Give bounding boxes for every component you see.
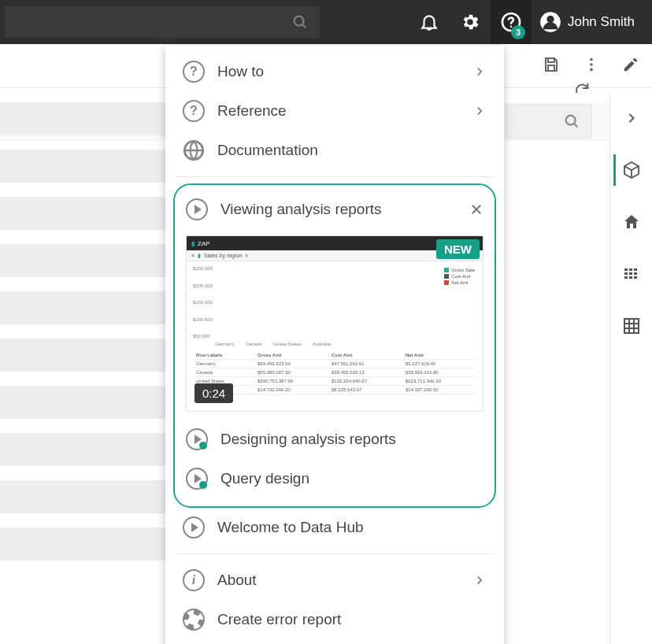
- list-item: [0, 102, 165, 135]
- svg-point-0: [295, 17, 304, 26]
- question-icon: ?: [183, 61, 205, 83]
- svg-line-12: [574, 123, 577, 126]
- svg-point-5: [546, 16, 554, 23]
- vertical-dots-icon: [583, 56, 600, 73]
- svg-rect-15: [624, 276, 628, 279]
- list-item: [0, 291, 165, 324]
- background-list: [0, 102, 165, 575]
- svg-rect-19: [634, 268, 637, 271]
- list-item: [0, 244, 165, 277]
- help-item-error-report[interactable]: Create error report: [165, 600, 504, 639]
- svg-rect-13: [624, 268, 628, 271]
- new-badge: NEW: [436, 239, 480, 259]
- thumbnail-chart: $250,000 $200,000 $150,000 $100,000 $50,…: [193, 266, 476, 339]
- svg-line-1: [302, 24, 306, 28]
- svg-rect-16: [629, 268, 632, 271]
- thumbnail-tab-label: Sales by region: [204, 253, 242, 258]
- user-name-label: John Smith: [568, 14, 635, 30]
- thumbnail-categories: Germany Canada United States Australia: [193, 342, 476, 346]
- help-item-about[interactable]: i About: [165, 561, 504, 600]
- rail-cube-button[interactable]: [616, 154, 647, 186]
- close-icon[interactable]: [469, 202, 483, 217]
- help-item-label: Documentation: [217, 142, 318, 159]
- globe-icon: [183, 139, 205, 161]
- chevron-right-icon: [472, 104, 487, 118]
- save-button[interactable]: [542, 55, 561, 77]
- list-item: [0, 433, 165, 466]
- list-item: [0, 197, 165, 230]
- help-item-label: Reference: [217, 102, 287, 120]
- play-icon: [186, 198, 208, 220]
- help-item-label: About: [217, 572, 257, 589]
- pencil-icon: [622, 56, 639, 73]
- right-side-rail: [609, 93, 652, 644]
- tutorial-viewing-reports[interactable]: Viewing analysis reports: [175, 190, 495, 229]
- search-icon: [563, 113, 580, 130]
- rail-columns-button[interactable]: [616, 258, 647, 290]
- more-options-button[interactable]: [583, 56, 600, 76]
- help-dropdown-panel: ? How to ? Reference Documentation Viewi…: [165, 46, 504, 644]
- list-item: [0, 480, 165, 513]
- edit-button[interactable]: [622, 56, 639, 76]
- grid-icon: [622, 316, 641, 335]
- rail-grid-button[interactable]: [616, 310, 647, 342]
- notifications-button[interactable]: [409, 0, 450, 44]
- rail-expand-button[interactable]: [616, 102, 647, 134]
- help-button[interactable]: 3: [491, 0, 532, 44]
- user-menu[interactable]: John Smith: [532, 11, 643, 33]
- thumbnail-app-label: ZAP: [198, 240, 210, 247]
- svg-rect-22: [624, 319, 639, 333]
- help-item-documentation[interactable]: Documentation: [165, 131, 504, 170]
- list-item: [0, 527, 165, 561]
- columns-icon: [622, 265, 641, 283]
- help-item-label: How to: [217, 63, 264, 80]
- play-icon: [186, 468, 208, 490]
- menu-separator: [176, 176, 493, 177]
- refresh-button[interactable]: [573, 80, 591, 101]
- svg-rect-18: [629, 276, 632, 279]
- tutorial-label: Designing analysis reports: [220, 431, 396, 448]
- tutorial-welcome[interactable]: Welcome to Data Hub: [165, 508, 504, 547]
- list-item: [0, 339, 165, 372]
- thumbnail-data-table: Row Labels Gross Amt Cost Amt Net Amt Ge…: [193, 351, 476, 394]
- list-item: [0, 386, 165, 419]
- chevron-right-icon: [472, 573, 487, 587]
- home-icon: [622, 213, 641, 231]
- rail-home-button[interactable]: [616, 206, 647, 238]
- help-item-howto[interactable]: ? How to: [165, 52, 504, 91]
- svg-point-11: [566, 115, 576, 124]
- help-item-label: Create error report: [217, 611, 341, 628]
- avatar-icon: [539, 11, 561, 33]
- tutorial-query-design[interactable]: Query design: [175, 459, 495, 498]
- gear-icon: [460, 12, 480, 32]
- svg-rect-17: [629, 272, 632, 275]
- play-icon: [186, 428, 208, 450]
- new-dot-indicator: [199, 481, 207, 489]
- play-icon: [183, 516, 205, 539]
- tutorial-designing-reports[interactable]: Designing analysis reports: [175, 420, 495, 459]
- settings-button[interactable]: [450, 0, 491, 44]
- info-icon: i: [183, 569, 205, 591]
- svg-rect-7: [548, 65, 554, 71]
- refresh-icon: [573, 80, 591, 98]
- content-search-input[interactable]: [506, 104, 592, 139]
- help-item-reference[interactable]: ? Reference: [165, 91, 504, 131]
- question-icon: ?: [183, 100, 205, 122]
- chevron-right-icon: [472, 65, 487, 79]
- bell-icon: [419, 12, 439, 32]
- svg-rect-14: [624, 272, 628, 275]
- global-search-input[interactable]: [5, 6, 320, 38]
- svg-rect-20: [634, 272, 637, 275]
- featured-tutorials-group: Viewing analysis reports ▮ ZAP ≡ ▮ Sales…: [173, 183, 496, 508]
- tutorial-label: Viewing analysis reports: [220, 201, 382, 218]
- save-icon: [542, 55, 561, 74]
- svg-rect-21: [634, 276, 637, 279]
- new-dot-indicator: [199, 442, 207, 450]
- svg-point-10: [590, 68, 593, 71]
- list-item: [0, 150, 165, 183]
- tutorial-thumbnail[interactable]: ▮ ZAP ≡ ▮ Sales by region × Gross Sale C…: [186, 235, 483, 412]
- lifesaver-icon: [183, 609, 205, 631]
- help-notification-badge: 3: [511, 25, 525, 39]
- svg-point-9: [590, 63, 593, 66]
- video-duration-badge: 0:24: [194, 383, 233, 403]
